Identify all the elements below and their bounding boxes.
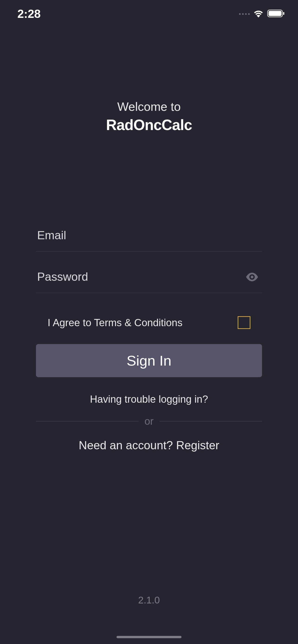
divider-text: or	[144, 416, 153, 427]
password-group	[36, 263, 262, 293]
signal-dots-icon	[239, 13, 250, 15]
password-field[interactable]	[36, 263, 262, 293]
divider-line-left	[36, 421, 139, 422]
header: Welcome to RadOncCalc	[0, 100, 298, 134]
svg-rect-2	[283, 12, 284, 15]
welcome-text: Welcome to	[0, 100, 298, 114]
app-name: RadOncCalc	[0, 116, 298, 134]
register-link[interactable]: Need an account? Register	[36, 438, 262, 452]
terms-row: I Agree to Terms & Conditions	[36, 304, 262, 338]
svg-rect-1	[268, 11, 281, 16]
terms-label[interactable]: I Agree to Terms & Conditions	[48, 317, 182, 328]
status-icons	[239, 9, 285, 19]
divider-line-right	[159, 421, 262, 422]
divider: or	[36, 416, 262, 427]
email-field[interactable]	[36, 222, 262, 251]
trouble-logging-in-link[interactable]: Having trouble logging in?	[36, 394, 262, 405]
login-form: I Agree to Terms & Conditions Sign In Ha…	[0, 222, 298, 452]
toggle-password-visibility-icon[interactable]	[245, 272, 258, 282]
terms-checkbox[interactable]	[238, 316, 250, 329]
wifi-icon	[253, 10, 264, 18]
battery-icon	[267, 9, 285, 19]
home-indicator[interactable]	[117, 636, 181, 638]
status-time: 2:28	[18, 7, 41, 21]
email-group	[36, 222, 262, 252]
version-label: 2.1.0	[138, 594, 160, 606]
signin-button[interactable]: Sign In	[36, 344, 262, 377]
status-bar: 2:28	[0, 0, 298, 26]
